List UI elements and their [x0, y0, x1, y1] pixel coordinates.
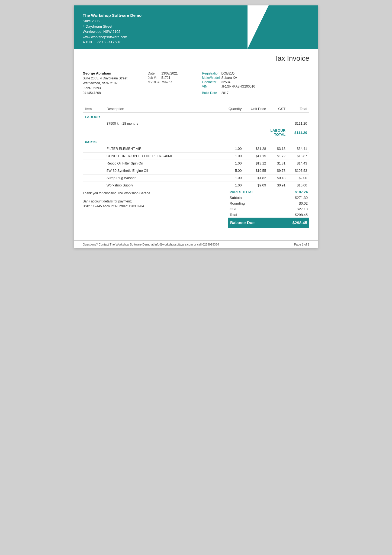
- totals-column: PARTS TOTAL $187.24 Subtotal $271.30 Rou…: [228, 189, 309, 228]
- parts-item-1-description: FILTER ELEMENT-AIR: [104, 145, 222, 153]
- parts-item-row-5: Sump Plug Washer 1.00 $1.82 $0.18 $2.00: [83, 175, 309, 182]
- parts-item-6-total: $10.00: [288, 182, 309, 189]
- parts-total-row: PARTS TOTAL $187.24: [228, 189, 309, 195]
- parts-item-4-qty: 5.00: [222, 167, 244, 175]
- customer-address2: Warriewood, NSW 2102: [83, 81, 142, 86]
- gst-value: $27.13: [277, 206, 309, 212]
- col-header-gst: GST: [268, 105, 288, 113]
- total-row: Total $298.45: [228, 212, 309, 218]
- col-header-unit-price: Unit Price: [244, 105, 268, 113]
- col-header-item: Item: [83, 105, 104, 113]
- job-block: Date: 13/08/2021 Job #: 51721 MVRL #: 75…: [148, 71, 197, 95]
- document-title: Tax Invoice: [74, 49, 318, 63]
- col-header-total: Total: [288, 105, 309, 113]
- balance-due-label: Balance Due: [228, 218, 277, 228]
- header-banner: The Workshop Software Demo Suite 2305 4 …: [74, 5, 318, 49]
- parts-item-4-total: $107.53: [288, 167, 309, 175]
- parts-item-3-gst: $1.31: [268, 160, 288, 167]
- balance-due-value: $298.45: [277, 218, 309, 228]
- footer-contact: Questions? Contact The Workshop Software…: [83, 243, 219, 246]
- parts-item-2-qty: 1.00: [222, 153, 244, 160]
- vehicle-block: Registration DQE81Q Make/Model Subaru XV…: [202, 71, 309, 95]
- labour-section-header: LABOUR: [83, 113, 309, 120]
- balance-due-row: Balance Due $298.45: [228, 218, 309, 228]
- mvrl-label: MVRL #:: [148, 80, 161, 84]
- company-abn-number: 72 165 417 916: [97, 40, 121, 44]
- bank-label: Bank account details for payment;: [83, 199, 223, 203]
- company-address: Suite 2305 4 Daydream Street Warriewood,…: [83, 18, 309, 45]
- footer-page-total: 1: [308, 243, 309, 246]
- parts-item-3-description: Repco Oil Filter Spin On: [104, 160, 222, 167]
- invoice-page: The Workshop Software Demo Suite 2305 4 …: [74, 5, 318, 248]
- thank-you-text: Thank you for choosing The Workshop Gara…: [83, 191, 223, 195]
- footer-of-label: of: [304, 243, 307, 246]
- parts-item-row-2: CONDITIONER-UPPER ENG PETR-240ML 1.00 $1…: [83, 153, 309, 160]
- gst-label: GST: [228, 206, 277, 212]
- odometer-value: 32504: [221, 80, 257, 84]
- table-header-row: Item Description Quantity Unit Price GST…: [83, 105, 309, 113]
- labour-item-1-description: 37500 km 18 months: [104, 120, 222, 127]
- subtotal-row: Subtotal $271.30: [228, 195, 309, 201]
- job-value: 51721: [161, 76, 179, 80]
- col-header-quantity: Quantity: [222, 105, 244, 113]
- parts-item-6-description: Workshop Supply: [104, 182, 222, 189]
- totals-table: PARTS TOTAL $187.24 Subtotal $271.30 Rou…: [228, 189, 309, 228]
- parts-item-6-qty: 1.00: [222, 182, 244, 189]
- parts-item-2-item: [83, 153, 104, 160]
- footer-page-info: Page 1 of 1: [294, 243, 309, 246]
- make-model-label: Make/Model: [202, 76, 221, 80]
- parts-item-3-price: $13.12: [244, 160, 268, 167]
- build-date-label: Build Date: [202, 91, 221, 95]
- parts-item-2-description: CONDITIONER-UPPER ENG PETR-240ML: [104, 153, 222, 160]
- parts-item-row-6: Workshop Supply 1.00 $9.09 $0.91 $10.00: [83, 182, 309, 189]
- parts-total-label: PARTS TOTAL: [228, 189, 277, 195]
- company-abn-label: A.B.N.: [83, 40, 93, 44]
- parts-item-3-total: $14.43: [288, 160, 309, 167]
- make-model-value: Subaru XV: [221, 76, 257, 80]
- parts-item-4-description: 5W-30 Synthetic Engine Oil: [104, 167, 222, 175]
- labour-item-1-price: [244, 120, 268, 127]
- parts-item-4-item: [83, 167, 104, 175]
- job-label: Job #:: [148, 76, 161, 80]
- parts-item-6-gst: $0.91: [268, 182, 288, 189]
- parts-item-5-item: [83, 175, 104, 182]
- rounding-label: Rounding: [228, 201, 277, 206]
- company-address-line3: Warriewood, NSW 2102: [83, 30, 120, 34]
- parts-total-value: $187.24: [277, 189, 309, 195]
- rounding-row: Rounding $0.02: [228, 201, 309, 206]
- labour-label: LABOUR: [83, 113, 309, 120]
- build-date-value: 2017: [221, 91, 257, 95]
- parts-item-6-price: $9.09: [244, 182, 268, 189]
- odometer-label: Odometer: [202, 80, 221, 84]
- page-footer: Questions? Contact The Workshop Software…: [74, 240, 318, 248]
- customer-address1: Suite 2305, 4 Daydream Street: [83, 76, 142, 81]
- vin-label: VIN: [202, 84, 221, 89]
- info-section: George Abraham Suite 2305, 4 Daydream St…: [74, 67, 318, 100]
- notes-column: Thank you for choosing The Workshop Gara…: [83, 189, 223, 228]
- labour-total-value: $111.20: [288, 127, 309, 138]
- parts-item-row-4: 5W-30 Synthetic Engine Oil 5.00 $19.55 $…: [83, 167, 309, 175]
- parts-item-1-item: [83, 145, 104, 153]
- labour-item-1-total: $111.20: [288, 120, 309, 127]
- parts-item-1-qty: 1.00: [222, 145, 244, 153]
- items-table: Item Description Quantity Unit Price GST…: [83, 105, 309, 189]
- total-value: $298.45: [277, 212, 309, 218]
- parts-item-5-total: $2.00: [288, 175, 309, 182]
- parts-item-3-item: [83, 160, 104, 167]
- parts-label: PARTS: [83, 138, 309, 146]
- customer-phone2: 0414547208: [83, 91, 142, 95]
- labour-item-row-1: 37500 km 18 months $111.20: [83, 120, 309, 127]
- parts-item-1-gst: $3.13: [268, 145, 288, 153]
- vin-value: JF1GP7KA3HG200010: [221, 84, 257, 89]
- registration-value: DQE81Q: [221, 71, 257, 76]
- registration-label: Registration: [202, 71, 221, 76]
- company-website: www.workshopsoftware.com: [83, 35, 127, 39]
- bottom-section: Thank you for choosing The Workshop Gara…: [74, 189, 318, 232]
- parts-item-2-price: $17.15: [244, 153, 268, 160]
- labour-item-1-item: [83, 120, 104, 127]
- parts-item-2-gst: $1.72: [268, 153, 288, 160]
- company-address-line1: Suite 2305: [83, 19, 99, 23]
- customer-phone1: 0299796393: [83, 86, 142, 91]
- bank-details: BSB: 112445 Account Number: 1203 8984: [83, 204, 223, 208]
- rounding-value: $0.02: [277, 201, 309, 206]
